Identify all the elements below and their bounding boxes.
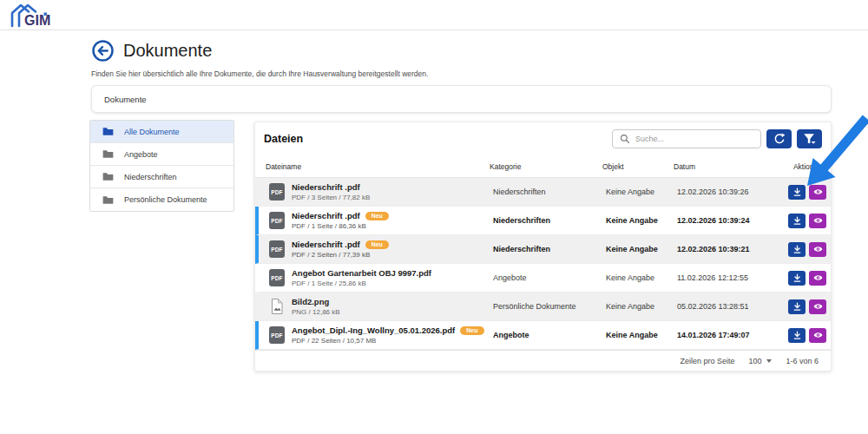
file-object: Keine Angabe <box>606 302 677 311</box>
download-button[interactable] <box>788 185 806 200</box>
file-type-icon: PDF <box>269 183 285 201</box>
table-row[interactable]: PDF Niederschrift .pdf Neu PDF / 2 Seite… <box>255 235 831 264</box>
new-badge: Neu <box>460 326 483 335</box>
preview-button[interactable] <box>809 328 826 343</box>
file-date: 05.02.2026 13:28:51 <box>677 302 788 311</box>
brand-logo-text: GIM <box>24 13 50 28</box>
file-type-icon: PDF <box>269 298 285 315</box>
file-date: 12.02.2026 10:39:26 <box>677 187 788 196</box>
table-row[interactable]: PDF Angebot_Dipl.-Ing_Wollny_05.01.2026.… <box>255 321 831 350</box>
file-category: Angebote <box>493 331 606 339</box>
table-row[interactable]: PDF Niederschrift .pdf Neu PDF / 1 Seite… <box>255 207 831 235</box>
download-icon <box>792 330 803 341</box>
files-toolbar: Dateien <box>255 122 831 155</box>
download-icon <box>792 187 803 198</box>
pdf-file-icon: PDF <box>269 269 285 286</box>
filter-icon <box>803 133 816 145</box>
file-meta: PDF / 3 Seiten / 77,82 kB <box>292 194 370 201</box>
folder-icon <box>102 172 114 181</box>
pagination-range: 1-6 von 6 <box>786 357 819 365</box>
search-icon <box>620 134 630 144</box>
sidebar-item-label: Alle Dokumente <box>124 128 180 136</box>
file-type-icon: PDF <box>269 326 285 344</box>
column-header-objekt[interactable]: Objekt <box>602 162 674 171</box>
back-button[interactable] <box>91 39 115 62</box>
folder-icon <box>102 127 114 136</box>
search-input[interactable] <box>635 135 740 143</box>
pdf-file-icon: PDF <box>269 212 285 229</box>
sidebar-item-angebote[interactable]: Angebote <box>90 143 233 166</box>
rows-per-page-label: Zeilen pro Seite <box>680 357 734 365</box>
page-header: Dokumente <box>91 39 212 62</box>
files-card: Dateien Dateiname Kategorie Objekt Datum <box>254 122 832 372</box>
table-row[interactable]: PDF Niederschrift .pdf Neu PDF / 3 Seite… <box>255 178 831 207</box>
row-actions <box>788 271 826 286</box>
preview-button[interactable] <box>809 214 826 228</box>
file-category: Niederschriften <box>493 245 606 253</box>
refresh-icon <box>773 133 786 145</box>
row-actions <box>788 214 826 228</box>
table-row[interactable]: PDF Bild2.png Neu PNG / 12,86 kB Persönl… <box>255 293 831 321</box>
file-date: 11.02.2026 12:12:55 <box>677 273 788 282</box>
file-object: Keine Angabe <box>606 331 677 339</box>
file-name: Niederschrift .pdf <box>292 182 360 192</box>
sidebar-item-niederschriften[interactable]: Niederschriften <box>90 166 233 188</box>
brand-logo[interactable]: GIM <box>9 2 62 28</box>
row-actions <box>788 185 826 200</box>
preview-button[interactable] <box>809 299 826 314</box>
column-header-dateiname[interactable]: Dateiname <box>266 162 490 171</box>
eye-icon <box>812 187 824 197</box>
table-row[interactable]: PDF Angebot Gartenarbeit OBJ 9997.pdf Ne… <box>255 264 831 293</box>
preview-button[interactable] <box>809 185 826 200</box>
sidebar-item-label: Persönliche Dokumente <box>124 195 207 204</box>
file-type-icon: PDF <box>269 240 285 258</box>
column-header-datum[interactable]: Datum <box>674 162 785 171</box>
download-button[interactable] <box>788 299 806 314</box>
eye-icon <box>812 301 824 312</box>
filter-button[interactable] <box>797 129 822 148</box>
download-button[interactable] <box>788 214 806 228</box>
page-title: Dokumente <box>123 41 212 61</box>
file-name: Niederschrift .pdf <box>292 240 360 249</box>
row-actions <box>788 242 826 257</box>
preview-button[interactable] <box>809 271 826 286</box>
file-type-icon: PDF <box>269 269 285 286</box>
pdf-file-icon: PDF <box>269 326 285 344</box>
pagination-bar: Zeilen pro Seite 100 1-6 von 6 <box>255 350 831 371</box>
rows-per-page-select[interactable]: 100 <box>748 357 772 365</box>
file-object: Keine Angabe <box>606 245 677 253</box>
file-name-cell: PDF Niederschrift .pdf Neu PDF / 1 Seite… <box>269 211 493 230</box>
file-name: Niederschrift .pdf <box>292 211 360 220</box>
breadcrumb[interactable]: Dokumente <box>91 85 832 113</box>
sidebar-item-alle-dokumente[interactable]: Alle Dokumente <box>90 121 233 143</box>
new-badge: Neu <box>365 212 389 220</box>
file-meta: PDF / 1 Seite / 86,36 kB <box>292 222 389 230</box>
download-icon <box>792 244 803 255</box>
new-badge: Neu <box>365 240 389 249</box>
preview-button[interactable] <box>809 242 826 257</box>
files-title: Dateien <box>264 133 612 145</box>
file-object: Keine Angabe <box>606 187 677 196</box>
sidebar-item-label: Niederschriften <box>124 173 177 181</box>
arrow-left-icon <box>99 47 108 55</box>
file-meta: PDF / 2 Seiten / 77,39 kB <box>292 251 389 259</box>
eye-icon <box>812 330 824 340</box>
eye-icon <box>812 215 824 226</box>
file-name: Bild2.png <box>292 297 329 306</box>
pdf-file-icon: PDF <box>269 183 285 201</box>
file-category: Niederschriften <box>493 187 606 196</box>
file-date: 12.02.2026 10:39:24 <box>677 216 788 225</box>
file-name-cell: PDF Bild2.png Neu PNG / 12,86 kB <box>269 297 493 316</box>
download-button[interactable] <box>788 328 806 343</box>
file-date: 12.02.2026 10:39:21 <box>677 245 788 253</box>
refresh-button[interactable] <box>766 129 792 148</box>
column-header-kategorie[interactable]: Kategorie <box>490 162 602 171</box>
download-button[interactable] <box>788 242 806 257</box>
search-box <box>612 129 761 148</box>
sidebar-item-persoenliche-dokumente[interactable]: Persönliche Dokumente <box>90 188 233 211</box>
download-icon <box>792 301 803 312</box>
breadcrumb-label: Dokumente <box>104 95 147 104</box>
download-button[interactable] <box>788 271 806 286</box>
folder-icon <box>102 149 114 159</box>
eye-icon <box>812 273 824 283</box>
